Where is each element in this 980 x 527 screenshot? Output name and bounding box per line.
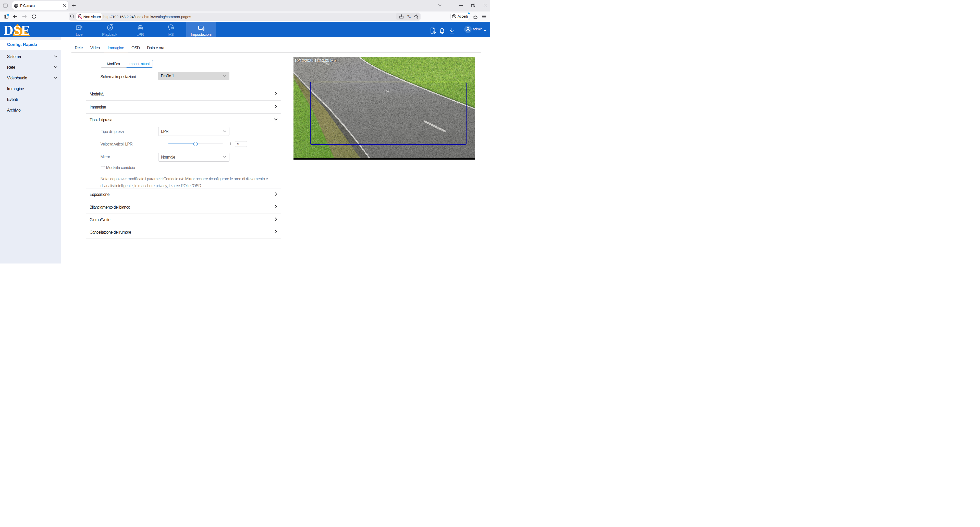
svg-text:DSE: DSE [3, 22, 30, 37]
